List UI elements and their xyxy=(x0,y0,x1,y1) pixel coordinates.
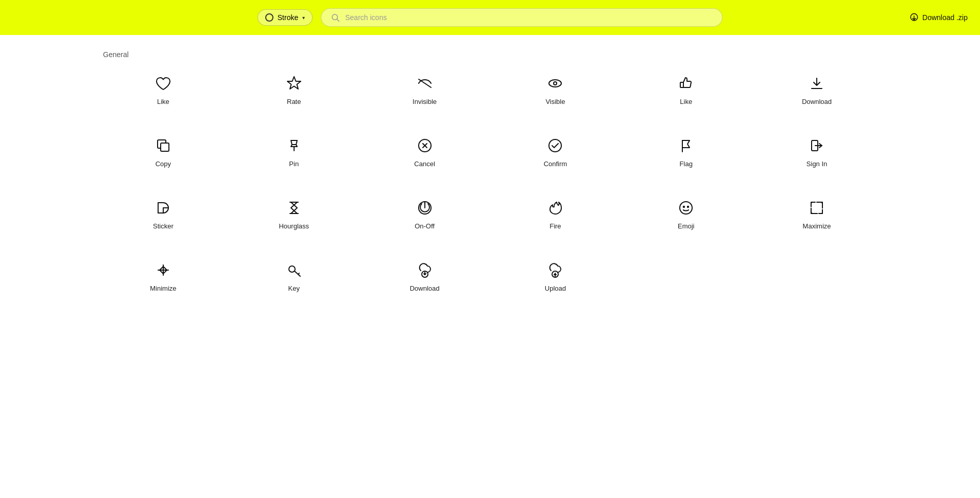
hourglass-icon xyxy=(285,199,303,217)
icon-upload[interactable]: Upload xyxy=(495,261,615,292)
svg-line-3 xyxy=(419,79,431,87)
thumbup-icon xyxy=(677,74,695,93)
svg-point-5 xyxy=(554,82,557,85)
icon-download1-label: Download xyxy=(802,98,832,105)
svg-line-23 xyxy=(160,270,163,274)
emoji-icon xyxy=(677,199,695,217)
cancel-icon xyxy=(416,136,434,155)
stroke-label: Stroke xyxy=(278,13,298,22)
icon-like-thumb[interactable]: Like xyxy=(626,74,746,105)
icon-pin[interactable]: Pin xyxy=(234,136,354,168)
icon-copy-label: Copy xyxy=(156,160,171,168)
sticker-icon xyxy=(154,199,173,217)
icon-download2[interactable]: Download xyxy=(365,261,485,292)
icon-empty2 xyxy=(757,261,877,292)
download-icon xyxy=(807,74,826,93)
svg-point-19 xyxy=(687,206,689,207)
icon-copy[interactable]: Copy xyxy=(103,136,223,168)
icon-emoji-label: Emoji xyxy=(678,222,695,230)
flag-icon xyxy=(677,136,695,155)
icons-grid-row4: Minimize Key Download xyxy=(103,261,877,292)
svg-rect-6 xyxy=(680,82,683,87)
icon-fire-label: Fire xyxy=(549,222,561,230)
stroke-selector[interactable]: Stroke ▾ xyxy=(257,9,313,26)
uploadcloud-icon xyxy=(546,261,564,279)
svg-line-21 xyxy=(160,266,163,270)
icons-grid-row1: Like Rate Invisible Visible xyxy=(103,74,877,105)
icon-onoff-label: On-Off xyxy=(415,222,435,230)
icon-like-heart-label: Like xyxy=(157,98,169,105)
icon-minimize[interactable]: Minimize xyxy=(103,261,223,292)
icon-like-thumb-label: Like xyxy=(680,98,692,105)
copy-icon xyxy=(154,136,173,155)
svg-point-17 xyxy=(680,202,692,214)
icon-visible[interactable]: Visible xyxy=(495,74,615,105)
icon-rate-star[interactable]: Rate xyxy=(234,74,354,105)
svg-line-29 xyxy=(298,273,299,274)
icon-emoji[interactable]: Emoji xyxy=(626,199,746,230)
icon-minimize-label: Minimize xyxy=(150,284,176,292)
icon-upload-label: Upload xyxy=(545,284,566,292)
icon-sticker-label: Sticker xyxy=(153,222,174,230)
invisible-icon xyxy=(416,74,434,93)
key-icon xyxy=(285,261,303,279)
icon-visible-label: Visible xyxy=(545,98,565,105)
svg-line-24 xyxy=(163,270,167,274)
svg-point-18 xyxy=(683,206,684,207)
onoff-icon xyxy=(416,199,434,217)
download-zip-label: Download .zip xyxy=(922,13,968,22)
icon-rate-star-label: Rate xyxy=(287,98,301,105)
icon-key-label: Key xyxy=(288,284,300,292)
fire-icon xyxy=(546,199,564,217)
icon-maximize[interactable]: Maximize xyxy=(757,199,877,230)
confirm-icon xyxy=(546,136,564,155)
search-input[interactable] xyxy=(345,13,713,22)
icon-onoff[interactable]: On-Off xyxy=(365,199,485,230)
icon-pin-label: Pin xyxy=(289,160,299,168)
stroke-circle-icon xyxy=(265,13,273,22)
icon-confirm-label: Confirm xyxy=(544,160,568,168)
icon-download1[interactable]: Download xyxy=(757,74,877,105)
icons-grid-row2: Copy Pin Cancel Confirm xyxy=(103,136,877,168)
svg-line-22 xyxy=(163,266,167,270)
svg-rect-7 xyxy=(161,143,169,151)
section-label: General xyxy=(103,50,877,59)
icon-cancel-label: Cancel xyxy=(414,160,435,168)
icon-empty1 xyxy=(626,261,746,292)
icon-signin[interactable]: Sign In xyxy=(757,136,877,168)
svg-point-4 xyxy=(549,80,561,87)
heart-icon xyxy=(154,74,173,93)
search-bar xyxy=(321,8,723,27)
main-content: General Like Rate Invisible xyxy=(0,35,980,339)
icon-flag-label: Flag xyxy=(680,160,693,168)
icon-invisible[interactable]: Invisible xyxy=(365,74,485,105)
icons-grid-row3: Sticker Hourglass On-Off Fire xyxy=(103,199,877,230)
pin-icon xyxy=(285,136,303,155)
visible-icon xyxy=(546,74,564,93)
icon-cancel[interactable]: Cancel xyxy=(365,136,485,168)
icon-sticker[interactable]: Sticker xyxy=(103,199,223,230)
signin-icon xyxy=(807,136,826,155)
icon-like-heart[interactable]: Like xyxy=(103,74,223,105)
download-zip-button[interactable]: Download .zip xyxy=(909,13,968,22)
icon-download2-label: Download xyxy=(410,284,440,292)
icon-fire[interactable]: Fire xyxy=(495,199,615,230)
maximize-icon xyxy=(807,199,826,217)
icon-key[interactable]: Key xyxy=(234,261,354,292)
svg-marker-2 xyxy=(287,77,301,89)
svg-line-1 xyxy=(337,19,339,21)
svg-point-11 xyxy=(549,139,561,152)
search-icon xyxy=(331,13,340,22)
download-zip-icon xyxy=(909,13,919,22)
chevron-down-icon: ▾ xyxy=(302,15,305,21)
icon-signin-label: Sign In xyxy=(806,160,827,168)
icon-confirm[interactable]: Confirm xyxy=(495,136,615,168)
icon-invisible-label: Invisible xyxy=(412,98,437,105)
svg-rect-20 xyxy=(811,202,822,214)
icon-hourglass[interactable]: Hourglass xyxy=(234,199,354,230)
icon-hourglass-label: Hourglass xyxy=(279,222,309,230)
star-icon xyxy=(285,74,303,93)
downloadcloud-icon xyxy=(416,261,434,279)
icon-flag[interactable]: Flag xyxy=(626,136,746,168)
icon-maximize-label: Maximize xyxy=(803,222,831,230)
